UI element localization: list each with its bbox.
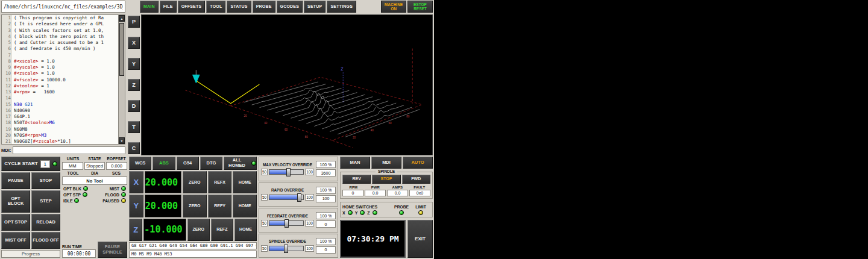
opt-block-button[interactable]: OPT BLOCK xyxy=(1,190,30,213)
axis-y-button[interactable]: Y xyxy=(129,195,143,217)
mdi-input[interactable] xyxy=(13,146,125,154)
spindle-value: 0 xyxy=(316,246,336,254)
slider-handle[interactable] xyxy=(285,219,289,228)
gcode-line-text: ( and Cutter is assumed to be a 1 xyxy=(12,40,104,46)
jog-button-c[interactable]: C xyxy=(128,142,140,154)
max-velocity-slider[interactable] xyxy=(269,169,304,175)
tab-g54[interactable]: G54 xyxy=(177,157,199,170)
stop-button[interactable]: STOP xyxy=(31,172,60,189)
refz-button[interactable]: REFZ xyxy=(211,219,233,241)
menu-main-button[interactable]: MAIN xyxy=(140,1,159,13)
estop-reset-button[interactable]: ESTOP RESET xyxy=(407,1,433,13)
opt-stop-button[interactable]: OPT STOP xyxy=(1,214,30,231)
slider-handle[interactable] xyxy=(286,168,291,176)
run-controls: CYCLE START 1 PAUSE STOP OPT BLOCK STEP … xyxy=(1,157,60,258)
reload-button[interactable]: RELOAD xyxy=(31,214,60,231)
machine-on-button[interactable]: MACHINE ON xyxy=(381,1,406,13)
refy-button[interactable]: REFY xyxy=(208,195,232,217)
feedrate-override-slider[interactable] xyxy=(269,220,304,226)
mist-off-button[interactable]: MIST OFF xyxy=(1,232,30,249)
gcode-line-number: 6 xyxy=(2,46,12,52)
eoffset-value: 0.000 xyxy=(106,162,127,170)
home-x-button[interactable]: HOME xyxy=(233,171,257,193)
home-z-button[interactable]: HOME xyxy=(234,219,257,241)
rapid-override-label: RAPID OVERRIDE xyxy=(261,188,314,192)
zero-y-button[interactable]: ZERO xyxy=(183,195,207,217)
spindle-min: 50 xyxy=(261,245,268,252)
tab-dtg[interactable]: DTG xyxy=(200,157,222,170)
svg-text:40: 40 xyxy=(264,122,267,125)
jog-button-p[interactable]: P xyxy=(128,16,140,28)
menu-gcodes-button[interactable]: GCODES xyxy=(277,1,303,13)
scrollbar[interactable]: ▲ ▼ xyxy=(118,15,125,144)
scroll-up-icon[interactable]: ▲ xyxy=(119,15,125,22)
jog-button-t[interactable]: T xyxy=(128,121,140,133)
spindle-percent: 100 % xyxy=(316,238,336,245)
slider-fill xyxy=(269,221,286,225)
gcode-line: 5( and Cutter is assumed to be a 1 xyxy=(2,40,118,46)
zero-z-button[interactable]: ZERO xyxy=(187,219,210,241)
feedrate-max: 100 xyxy=(305,220,314,226)
slider-handle[interactable] xyxy=(284,245,288,253)
menu-file-button[interactable]: FILE xyxy=(160,1,177,13)
step-button[interactable]: STEP xyxy=(31,190,60,213)
flood-off-button[interactable]: FLOOD OFF xyxy=(31,232,60,249)
gcode-line-number: 15 xyxy=(2,102,12,108)
dro-x-value: 20.000 xyxy=(145,171,181,193)
menu-settings-button[interactable]: SETTINGS xyxy=(327,1,356,13)
exit-button[interactable]: EXIT xyxy=(407,220,433,258)
jog-button-d[interactable]: D xyxy=(128,100,140,112)
gcode-line-text: N40G90 xyxy=(12,108,30,114)
file-path-input[interactable] xyxy=(1,1,125,13)
pause-button[interactable]: PAUSE xyxy=(1,172,30,189)
mode-auto-button[interactable]: AUTO xyxy=(403,157,433,169)
spindle-override-slider[interactable] xyxy=(269,246,304,251)
dro-z-value: -10.000 xyxy=(143,219,186,241)
svg-text:80: 80 xyxy=(406,115,409,118)
zero-x-button[interactable]: ZERO xyxy=(183,171,207,193)
mode-man-button[interactable]: MAN xyxy=(340,157,370,169)
gcode-line-number: 19 xyxy=(2,126,12,133)
gcode-line: 18N50T#<toolno>M6 xyxy=(2,120,118,126)
mdi-row: MDI: xyxy=(1,146,125,155)
tab-abs[interactable]: ABS xyxy=(153,157,175,170)
scroll-down-icon[interactable]: ▼ xyxy=(119,137,125,144)
menu-status-button[interactable]: STATUS xyxy=(227,1,251,13)
refx-button[interactable]: REFX xyxy=(208,171,232,193)
tab-wcs[interactable]: WCS xyxy=(129,157,151,170)
menu-setup-button[interactable]: SETUP xyxy=(304,1,326,13)
pause-spindle-button[interactable]: PAUSE SPINDLE xyxy=(98,242,127,258)
jog-button-z[interactable]: Z xyxy=(128,79,140,91)
spindle-stop-button[interactable]: STOP xyxy=(372,175,400,184)
spindle-fwd-button[interactable]: FWD xyxy=(402,175,430,184)
max-velocity-value: 3600 xyxy=(316,169,336,176)
gcode-listing[interactable]: 1( This program is copyright of Ra2( It … xyxy=(1,14,125,145)
menu-probe-button[interactable]: PROBE xyxy=(253,1,275,13)
rapid-override-slider[interactable] xyxy=(269,195,304,200)
menu-offsets-button[interactable]: OFFSETS xyxy=(178,1,206,13)
spindle-max: 100 xyxy=(305,245,314,252)
gcode-line-text: N70S#<rpm>M3 xyxy=(12,133,46,139)
axis-z-button[interactable]: Z xyxy=(129,219,142,241)
gcode-line: 7 xyxy=(2,52,118,58)
svg-text:60: 60 xyxy=(285,128,288,131)
jog-button-y[interactable]: Y xyxy=(128,58,140,70)
gcode-line-number: 13 xyxy=(2,89,12,95)
slider-handle[interactable] xyxy=(297,193,301,202)
home-y-button[interactable]: HOME xyxy=(233,195,257,217)
status-panel: UNITS STATE EOFFSET MM Stopped 0.000 TOO… xyxy=(62,157,127,258)
mode-mdi-button[interactable]: MDI xyxy=(371,157,401,169)
cycle-start-button[interactable]: CYCLE START 1 xyxy=(1,157,60,171)
all-homed-button[interactable]: ALL HOMED xyxy=(224,157,257,170)
gcode-line-number: 8 xyxy=(2,58,12,64)
flood-label: FLOOD xyxy=(105,193,119,197)
state-header: STATE xyxy=(84,157,105,161)
toolpath-preview[interactable]: Z2020404060608080 xyxy=(141,14,433,155)
menu-tool-button[interactable]: TOOL xyxy=(206,1,225,13)
jog-button-x[interactable]: X xyxy=(128,37,140,49)
spindle-rev-button[interactable]: REV xyxy=(342,175,371,184)
gcode-line: 19N60M8 xyxy=(2,126,118,133)
scrollbar-thumb[interactable] xyxy=(119,23,124,76)
axis-x-button[interactable]: X xyxy=(129,171,143,193)
gcode-line-number: 3 xyxy=(2,28,12,34)
